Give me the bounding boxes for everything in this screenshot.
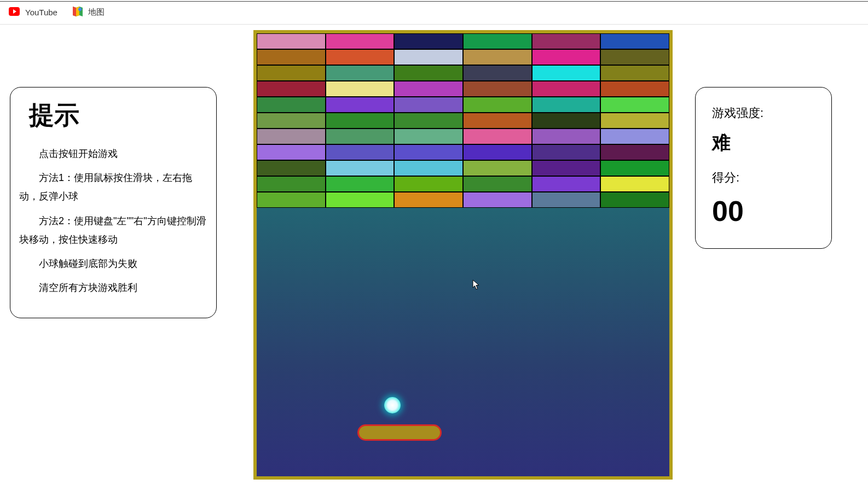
brick [600,49,669,65]
brick [394,129,463,144]
brick [257,176,326,192]
brick [532,49,601,65]
brick [532,33,601,49]
brick [257,49,326,65]
ball [384,397,401,413]
brick [463,160,532,176]
brick [600,160,669,176]
status-panel: 游戏强度: 难 得分: 00 [695,87,832,249]
brick [394,81,463,97]
brick [394,97,463,113]
brick [394,33,463,49]
brick-grid [257,33,669,208]
youtube-icon [9,7,20,17]
brick [532,192,601,208]
brick [257,65,326,81]
brick [463,129,532,144]
brick [257,129,326,144]
tips-line-3: 方法2：使用键盘"左""右"方向键控制滑块移动，按住快速移动 [19,212,207,249]
bookmark-maps[interactable]: 地图 [73,7,105,18]
brick [257,192,326,208]
brick [600,113,669,129]
bookmark-maps-label: 地图 [88,7,105,17]
brick [600,129,669,144]
intensity-label: 游戏强度: [712,105,815,121]
brick [257,113,326,129]
brick [326,160,395,176]
brick [326,33,395,49]
brick [532,129,601,144]
tips-line-2: 方法1：使用鼠标按住滑块，左右拖动，反弹小球 [19,168,207,206]
brick [463,33,532,49]
brick [463,144,532,160]
paddle[interactable] [357,424,442,441]
tips-line-1: 点击按钮开始游戏 [19,144,207,163]
score-value: 00 [712,195,815,227]
brick [600,192,669,208]
brick [600,144,669,160]
brick [394,65,463,81]
brick [600,176,669,192]
tips-title: 提示 [29,98,207,132]
brick [257,144,326,160]
brick [257,81,326,97]
brick [326,81,395,97]
brick [532,144,601,160]
brick [463,65,532,81]
cursor-pointer-icon [472,279,480,293]
brick [257,160,326,176]
brick [326,49,395,65]
brick [463,97,532,113]
intensity-value: 难 [712,130,815,155]
game-canvas[interactable] [257,33,669,476]
brick [394,160,463,176]
brick [463,113,532,129]
brick [257,97,326,113]
brick [532,160,601,176]
brick [394,192,463,208]
brick [394,176,463,192]
brick [394,113,463,129]
brick [463,192,532,208]
bookmark-youtube[interactable]: YouTube [9,7,57,17]
brick [394,49,463,65]
brick [326,65,395,81]
bookmark-youtube-label: YouTube [25,8,57,17]
brick [600,81,669,97]
brick [600,33,669,49]
game-frame [253,30,673,480]
svg-point-1 [78,8,82,11]
tips-line-4: 小球触碰到底部为失败 [19,254,207,273]
brick [326,97,395,113]
brick [463,49,532,65]
brick [463,176,532,192]
brick [257,33,326,49]
brick [600,97,669,113]
brick [532,113,601,129]
brick [326,129,395,144]
brick [600,65,669,81]
brick [326,192,395,208]
maps-icon [73,7,83,18]
brick [532,176,601,192]
brick [532,97,601,113]
brick [326,144,395,160]
brick [326,113,395,129]
brick [326,176,395,192]
brick [532,65,601,81]
brick [463,81,532,97]
score-label: 得分: [712,170,815,186]
tips-line-5: 清空所有方块游戏胜利 [19,278,207,297]
brick [394,144,463,160]
tips-panel: 提示 点击按钮开始游戏 方法1：使用鼠标按住滑块，左右拖动，反弹小球 方法2：使… [10,87,217,318]
bookmarks-bar: YouTube 地图 [0,0,868,25]
brick [532,81,601,97]
